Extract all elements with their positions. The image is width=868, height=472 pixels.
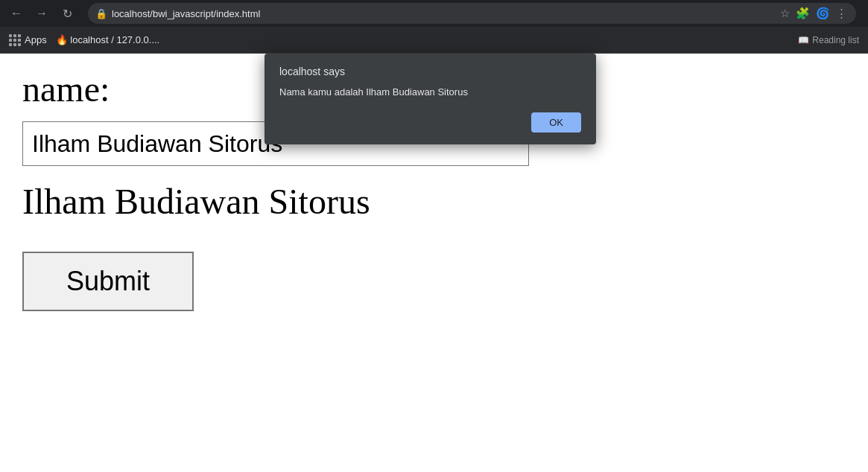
address-bar[interactable]: 🔒 localhost/bwi_javascript/index.html ☆ … [88, 3, 856, 24]
alert-dialog: localhost says Nama kamu adalah Ilham Bu… [264, 54, 596, 144]
name-output: Ilham Budiawan Sitorus [22, 181, 846, 222]
bookmark-label: localhost / 127.0.0.... [70, 34, 159, 45]
url-text: localhost/bwi_javascript/index.html [112, 8, 774, 19]
dialog-title: localhost says [279, 66, 581, 77]
lock-icon: 🔒 [95, 8, 107, 19]
dialog-actions: OK [279, 112, 581, 133]
dialog-message: Nama kamu adalah Ilham Budiawan Sitorus [279, 86, 581, 98]
apps-label: Apps [25, 34, 47, 45]
reading-list-icon: 📖 [798, 35, 809, 45]
reading-list-label: Reading list [812, 35, 859, 45]
dialog-ok-button[interactable]: OK [531, 112, 581, 133]
submit-button[interactable]: Submit [22, 252, 194, 311]
edge-icon[interactable]: 🌀 [814, 5, 831, 22]
address-bar-actions: ☆ 🧩 🌀 ⋮ [779, 5, 849, 22]
apps-grid-icon [9, 34, 21, 46]
reading-list-button[interactable]: 📖 Reading list [798, 35, 859, 45]
back-button[interactable]: ← [6, 3, 27, 24]
more-icon[interactable]: ⋮ [834, 5, 849, 22]
browser-toolbar: Apps 🔥 localhost / 127.0.0.... 📖 Reading… [0, 27, 868, 54]
page-content: name: Ilham Budiawan Sitorus Submit loca… [0, 54, 868, 472]
reload-button[interactable]: ↻ [57, 3, 77, 24]
bookmark-tab[interactable]: 🔥 localhost / 127.0.0.... [56, 34, 160, 45]
browser-window: ← → ↻ 🔒 localhost/bwi_javascript/index.h… [0, 0, 868, 472]
forward-button[interactable]: → [31, 3, 52, 24]
bookmark-icon[interactable]: ☆ [779, 5, 791, 22]
browser-titlebar: ← → ↻ 🔒 localhost/bwi_javascript/index.h… [0, 0, 868, 27]
bookmark-favicon: 🔥 [56, 34, 68, 45]
apps-button[interactable]: Apps [9, 34, 47, 46]
extension-icon[interactable]: 🧩 [794, 5, 811, 22]
